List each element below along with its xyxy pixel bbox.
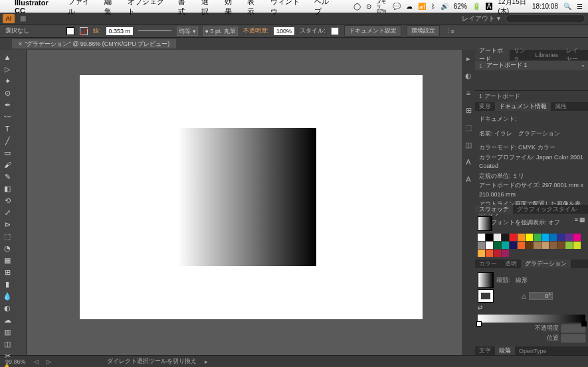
selection-tool[interactable]: ▲ (1, 51, 13, 63)
panel-icon[interactable]: ≡ (464, 88, 473, 98)
lasso-tool[interactable]: ⊙ (1, 87, 13, 99)
swatch-color[interactable] (518, 234, 525, 241)
swatch-color[interactable] (549, 242, 557, 249)
menu-view[interactable]: 表示 (247, 0, 261, 17)
artboard-options-icon[interactable]: ▫ (582, 62, 584, 69)
swatch-color[interactable] (541, 242, 549, 249)
uniform-dropdown[interactable]: 均等 ▾ (177, 27, 198, 36)
document-setup-button[interactable]: ドキュメント設定 (344, 25, 401, 37)
stroke-swatch[interactable] (80, 27, 88, 35)
free-transform-tool[interactable]: ⬚ (1, 230, 13, 242)
layout-dropdown[interactable]: レイアウト ▾ (462, 14, 500, 23)
status-icon[interactable]: ◯ (353, 3, 361, 10)
menu-help[interactable]: ヘルプ (314, 0, 335, 17)
status-icon[interactable]: ⊙ (366, 3, 371, 10)
current-swatch[interactable] (478, 216, 492, 231)
swatch-color[interactable] (534, 242, 541, 249)
tab-graphic-styles[interactable]: グラフィックスタイル (513, 205, 581, 214)
swatch-color[interactable] (549, 234, 557, 241)
stop-position-input[interactable] (561, 334, 585, 342)
menu-file[interactable]: ファイル (68, 0, 96, 17)
line-icon[interactable]: 💬 (393, 3, 401, 10)
swatch-color[interactable] (565, 234, 573, 241)
bridge-icon[interactable]: ▦ (17, 15, 28, 22)
document-tab[interactable]: × "グラデーション" @ 99.86% (CMYK/GPU プレビュー) (12, 39, 176, 48)
date[interactable]: 12月15日(木) (498, 0, 527, 16)
app-name[interactable]: Illustrator CC (15, 0, 58, 15)
tab-gradient[interactable]: グラデーション (521, 259, 571, 268)
graph-tool[interactable]: ▥ (1, 326, 13, 338)
menu-type[interactable]: 書式 (178, 0, 192, 17)
swatch-color[interactable] (494, 242, 501, 249)
notifications-icon[interactable]: ☰ (577, 3, 583, 10)
close-tab-icon[interactable]: × (19, 40, 22, 47)
fill-swatch[interactable] (66, 27, 74, 35)
tab-libraries[interactable]: Libraries (532, 50, 563, 60)
swatch-color[interactable] (486, 234, 493, 241)
reverse-icon[interactable]: ⇄ (478, 304, 483, 311)
tab-paragraph[interactable]: 段落 (495, 346, 515, 355)
gradient-preview[interactable] (478, 272, 494, 288)
swatch-color[interactable] (541, 234, 549, 241)
artboard[interactable] (80, 75, 423, 319)
swatch-color[interactable] (502, 242, 509, 249)
swatch-color[interactable] (557, 242, 565, 249)
rotate-tool[interactable]: ⟲ (1, 194, 13, 206)
cloud-icon[interactable]: ☁ (406, 3, 413, 10)
search-input[interactable] (506, 14, 585, 23)
tab-artboards[interactable]: アートボード (475, 50, 510, 60)
swatch-color[interactable] (557, 234, 565, 241)
tab-links[interactable]: リンク (510, 50, 531, 60)
symbol-tool[interactable]: ☁ (1, 314, 13, 326)
swatch-color[interactable] (502, 250, 509, 257)
nav-icon[interactable]: ◁ (34, 358, 39, 365)
panel-icon[interactable]: ⬚ (464, 123, 473, 132)
style-swatch[interactable] (331, 27, 339, 35)
swatch-color[interactable] (510, 234, 517, 241)
more-icon[interactable]: ⋮≡ (445, 28, 454, 35)
artboard-list-item[interactable]: 1 アートボード 1 ▫ (475, 61, 588, 70)
magic-wand-tool[interactable]: ✦ (1, 75, 13, 87)
preferences-button[interactable]: 環境設定 (407, 25, 440, 37)
swatch-color[interactable] (478, 242, 485, 249)
gradient-type-dropdown[interactable]: 線形 (513, 276, 585, 285)
dash-preview[interactable] (138, 31, 171, 31)
pen-tool[interactable]: ✒ (1, 99, 13, 111)
scale-tool[interactable]: ⤢ (1, 206, 13, 218)
perspective-tool[interactable]: ▦ (1, 254, 13, 266)
zoom-level[interactable]: 99.86% (5, 358, 26, 365)
time[interactable]: 18:10:08 (532, 3, 558, 10)
swatch-color[interactable] (526, 242, 533, 249)
tab-transform[interactable]: 変形 (475, 102, 495, 111)
pencil-tool[interactable]: ✎ (1, 171, 13, 183)
swatch-color[interactable] (486, 250, 493, 257)
bluetooth-icon[interactable]: ᛒ (431, 3, 435, 10)
gradient-stop[interactable] (476, 321, 482, 327)
panel-icon[interactable]: ◫ (464, 140, 473, 149)
canvas[interactable] (27, 50, 462, 355)
angle-input[interactable] (529, 292, 553, 300)
swatch-color[interactable] (565, 242, 573, 249)
curvature-tool[interactable]: 〰 (1, 111, 13, 123)
artboard-tool[interactable]: ◫ (1, 338, 13, 350)
swatch-color[interactable] (518, 242, 525, 249)
type-tool[interactable]: T (1, 123, 13, 135)
nav-icon[interactable]: ▸ (205, 358, 208, 365)
width-tool[interactable]: ⊳ (1, 218, 13, 230)
gradient-stop[interactable] (581, 321, 587, 327)
blend-tool[interactable]: ◐ (1, 302, 13, 314)
swatch-view-icon[interactable]: ▦ (579, 216, 585, 231)
tab-layers[interactable]: レイヤー (562, 50, 588, 60)
tab-attributes[interactable]: 属性 (551, 102, 571, 111)
gradient-stroke-preview[interactable] (478, 289, 494, 303)
shape-builder-tool[interactable]: ◔ (1, 242, 13, 254)
mesh-tool[interactable]: ⊞ (1, 266, 13, 278)
line-tool[interactable]: ╱ (1, 135, 13, 147)
volume-icon[interactable]: 🔊 (441, 3, 448, 10)
paintbrush-tool[interactable]: 🖌 (1, 159, 13, 171)
tab-docinfo[interactable]: ドキュメント情報 (495, 102, 551, 111)
tab-character[interactable]: 文字 (475, 346, 495, 355)
gradient-slider[interactable] (478, 315, 585, 323)
swatch-color[interactable] (502, 234, 509, 241)
swatch-color[interactable] (573, 242, 581, 249)
